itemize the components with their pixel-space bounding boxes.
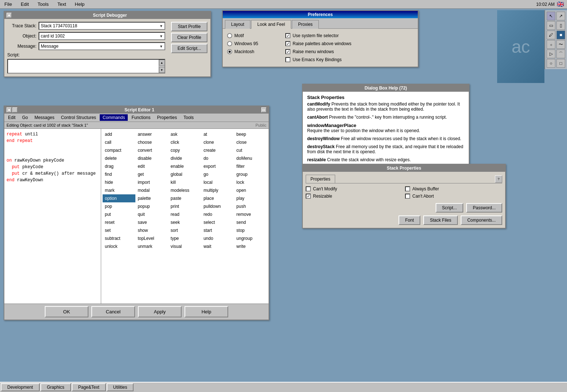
pref-tab-look-feel[interactable]: Look and Feel bbox=[251, 20, 291, 29]
cmd-local[interactable]: local bbox=[201, 178, 234, 186]
cmd-modal[interactable]: modal bbox=[135, 186, 168, 194]
cmd-go[interactable]: go bbox=[201, 170, 234, 178]
check-emacs[interactable]: Use Emacs Key Bindings bbox=[285, 57, 351, 62]
close-btn[interactable]: ■ bbox=[7, 13, 12, 18]
tool-wave[interactable]: 〜 bbox=[556, 40, 565, 49]
cmd-enable[interactable]: enable bbox=[168, 162, 201, 170]
cmd-seek[interactable]: seek bbox=[168, 218, 201, 226]
cmd-add[interactable]: add bbox=[103, 130, 135, 138]
pref-tab-layout[interactable]: Layout bbox=[225, 20, 250, 29]
cmd-redo[interactable]: redo bbox=[201, 210, 234, 218]
cmd-send[interactable]: send bbox=[234, 218, 267, 226]
script-btn[interactable]: Script... bbox=[436, 203, 464, 213]
cmd-pop[interactable]: pop bbox=[103, 202, 135, 210]
cmd-sort[interactable]: sort bbox=[168, 226, 201, 234]
tool-paint[interactable]: 🖊 bbox=[547, 31, 555, 39]
cmd-get[interactable]: get bbox=[135, 170, 168, 178]
cmd-popup[interactable]: popup bbox=[135, 202, 168, 210]
cmd-unlock[interactable]: unlock bbox=[103, 242, 135, 250]
radio-windows95-circle[interactable] bbox=[227, 41, 232, 46]
cmd-pulldown[interactable]: pulldown bbox=[201, 202, 234, 210]
cmd-import[interactable]: import bbox=[135, 178, 168, 186]
menu-edit[interactable]: Edit bbox=[19, 1, 30, 8]
editor-menu-control[interactable]: Control Structures bbox=[58, 114, 99, 121]
se-min-btn[interactable]: □ bbox=[12, 107, 17, 112]
message-select[interactable]: Message ▼ bbox=[39, 42, 165, 50]
editor-menu-properties[interactable]: Properties bbox=[154, 114, 180, 121]
checkbox-raise-menu[interactable] bbox=[285, 49, 290, 54]
cmd-print[interactable]: print bbox=[168, 202, 201, 210]
props-check-cantabort[interactable]: Can't Abort bbox=[405, 194, 502, 199]
cmd-option[interactable]: option bbox=[103, 194, 135, 202]
check-raise-palettes[interactable]: Raise palettes above windows bbox=[285, 41, 351, 46]
scroll-up[interactable]: ▲ bbox=[159, 60, 165, 66]
object-select[interactable]: card id 1002 ▼ bbox=[39, 32, 165, 40]
cancel-button[interactable]: Cancel bbox=[91, 306, 135, 317]
cmd-set[interactable]: set bbox=[103, 226, 135, 234]
cmd-multiply[interactable]: multiply bbox=[201, 186, 234, 194]
cmd-drag[interactable]: drag bbox=[103, 162, 135, 170]
apply-button[interactable]: Apply bbox=[138, 306, 182, 317]
pref-tab-proxies[interactable]: Proxies bbox=[292, 20, 319, 29]
cmd-doMenu[interactable]: doMenu bbox=[234, 154, 267, 162]
props-tab-properties[interactable]: Properties bbox=[306, 175, 335, 183]
cmd-write[interactable]: write bbox=[234, 242, 267, 250]
editor-menu-edit[interactable]: Edit bbox=[5, 114, 19, 121]
cmd-reset[interactable]: reset bbox=[103, 218, 135, 226]
tool-arrow[interactable]: ▷ bbox=[547, 50, 555, 58]
cmd-paste[interactable]: paste bbox=[168, 194, 201, 202]
cmd-put[interactable]: put bbox=[103, 210, 135, 218]
edit-script-button[interactable]: Edit Script... bbox=[171, 44, 207, 53]
clear-profile-button[interactable]: Clear Profile bbox=[171, 33, 207, 42]
props-check-alwaysbuffer[interactable]: Always Buffer bbox=[405, 186, 502, 191]
editor-menu-go[interactable]: Go bbox=[19, 114, 31, 121]
cmd-stop[interactable]: stop bbox=[234, 226, 267, 234]
help-button[interactable]: Help bbox=[185, 306, 228, 317]
cmd-quit[interactable]: quit bbox=[135, 210, 168, 218]
editor-menu-commands[interactable]: Commands bbox=[100, 114, 128, 121]
cmd-group[interactable]: group bbox=[234, 170, 267, 178]
cb-resizable[interactable] bbox=[306, 194, 311, 199]
editor-menu-tools[interactable]: Tools bbox=[181, 114, 197, 121]
cmd-show[interactable]: show bbox=[135, 226, 168, 234]
cmd-topLevel[interactable]: topLevel bbox=[135, 234, 168, 242]
trace-stack-select[interactable]: Stack 1734703118 ▼ bbox=[39, 22, 165, 30]
radio-macintosh-circle[interactable] bbox=[227, 49, 232, 54]
cmd-undo[interactable]: undo bbox=[201, 234, 234, 242]
taskbar-pagetext[interactable]: Page&Text bbox=[72, 383, 106, 391]
checkbox-system-file[interactable] bbox=[285, 33, 290, 38]
cmd-compact[interactable]: compact bbox=[103, 146, 135, 154]
cmd-divide[interactable]: divide bbox=[168, 154, 201, 162]
tool-diamond[interactable]: ⬦ bbox=[547, 40, 555, 49]
cmd-unmark[interactable]: unmark bbox=[135, 242, 168, 250]
cmd-remove[interactable]: remove bbox=[234, 210, 267, 218]
checkbox-raise-palettes[interactable] bbox=[285, 41, 290, 46]
stack-files-btn[interactable]: Stack Files bbox=[423, 215, 458, 225]
tool-pointer[interactable]: ↗ bbox=[556, 12, 565, 20]
scroll-down[interactable]: ▼ bbox=[159, 67, 165, 73]
cmd-wait[interactable]: wait bbox=[201, 242, 234, 250]
cmd-at[interactable]: at bbox=[201, 130, 234, 138]
cmd-subtract[interactable]: subtract bbox=[103, 234, 135, 242]
code-editor[interactable]: repeat until end repeat on rawKeyDown pk… bbox=[4, 129, 101, 304]
cmd-select[interactable]: select bbox=[201, 218, 234, 226]
password-btn[interactable]: Password... bbox=[466, 203, 502, 213]
editor-menu-messages[interactable]: Messages bbox=[32, 114, 58, 121]
cmd-lock[interactable]: lock bbox=[234, 178, 267, 186]
se-max-btn[interactable]: ▭ bbox=[261, 107, 266, 112]
cmd-start[interactable]: start bbox=[201, 226, 234, 234]
taskbar-utilities[interactable]: Utilities bbox=[107, 383, 134, 391]
radio-motif-circle[interactable] bbox=[227, 33, 232, 38]
radio-motif[interactable]: Motif bbox=[227, 33, 278, 38]
cmd-ungroup[interactable]: ungroup bbox=[234, 234, 267, 242]
menu-file[interactable]: File bbox=[3, 1, 13, 8]
se-close-btn[interactable]: ■ bbox=[7, 107, 12, 112]
check-raise-menu[interactable]: Raise menu windows bbox=[285, 49, 351, 54]
editor-menu-functions[interactable]: Functions bbox=[128, 114, 153, 121]
checkbox-emacs[interactable] bbox=[285, 57, 290, 62]
taskbar-graphics[interactable]: Graphics bbox=[40, 383, 71, 391]
cmd-delete[interactable]: delete bbox=[103, 154, 135, 162]
cb-cantabort[interactable] bbox=[405, 194, 410, 199]
cmd-type[interactable]: type bbox=[168, 234, 201, 242]
cmd-disable[interactable]: disable bbox=[135, 154, 168, 162]
